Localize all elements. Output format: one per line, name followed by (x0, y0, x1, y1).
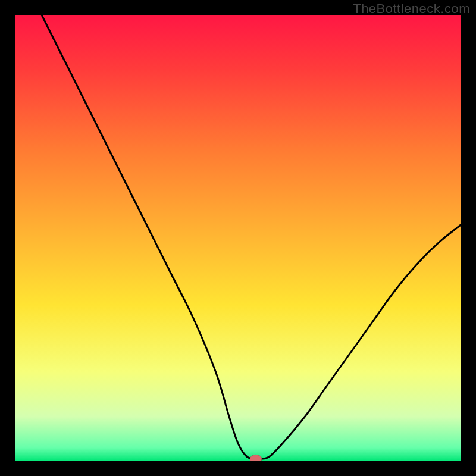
gradient-background (15, 15, 461, 461)
plot-area (15, 15, 461, 461)
chart-svg (15, 15, 461, 461)
chart-frame: TheBottleneck.com (0, 0, 476, 476)
optimum-marker (250, 455, 262, 461)
watermark-text: TheBottleneck.com (353, 1, 470, 17)
